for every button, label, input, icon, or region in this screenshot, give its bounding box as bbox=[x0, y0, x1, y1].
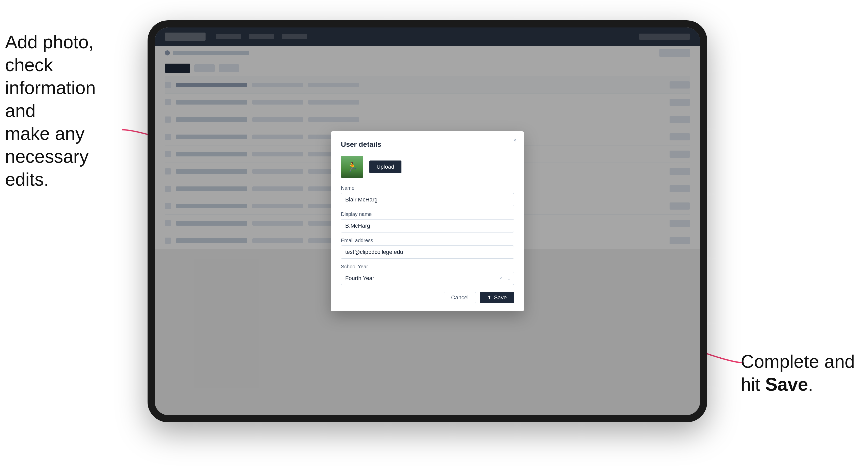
save-label: Save bbox=[494, 294, 507, 301]
email-field: Email address bbox=[341, 238, 514, 259]
photo-row: Upload bbox=[341, 156, 514, 178]
save-icon: ⬆ bbox=[487, 294, 492, 301]
name-label: Name bbox=[341, 185, 514, 191]
modal-overlay: × User details Upload Name Disp bbox=[155, 28, 700, 415]
save-button[interactable]: ⬆ Save bbox=[480, 292, 514, 303]
school-year-input[interactable] bbox=[341, 272, 514, 285]
avatar-thumbnail bbox=[341, 156, 363, 178]
name-input[interactable] bbox=[341, 193, 514, 206]
school-year-dropdown-button[interactable]: ⌄ bbox=[506, 275, 512, 281]
tablet-screen: × User details Upload Name Disp bbox=[155, 28, 700, 415]
annotation-right: Complete and hit Save. bbox=[741, 350, 863, 396]
school-year-label: School Year bbox=[341, 264, 514, 270]
annotation-left: Add photo, check information and make an… bbox=[5, 31, 127, 191]
display-name-input[interactable] bbox=[341, 219, 514, 232]
name-field: Name bbox=[341, 185, 514, 206]
upload-button[interactable]: Upload bbox=[369, 160, 401, 173]
school-year-controls: × ⌄ bbox=[498, 275, 512, 281]
school-year-field: School Year × ⌄ bbox=[341, 264, 514, 285]
avatar-image bbox=[341, 156, 363, 178]
modal-footer: Cancel ⬆ Save bbox=[341, 292, 514, 303]
email-label: Email address bbox=[341, 238, 514, 243]
school-year-wrapper: × ⌄ bbox=[341, 272, 514, 285]
modal-title: User details bbox=[341, 141, 514, 149]
display-name-label: Display name bbox=[341, 211, 514, 217]
tablet-frame: × User details Upload Name Disp bbox=[148, 20, 707, 422]
email-input[interactable] bbox=[341, 245, 514, 259]
display-name-field: Display name bbox=[341, 211, 514, 232]
modal-close-button[interactable]: × bbox=[511, 136, 519, 145]
school-year-clear-button[interactable]: × bbox=[498, 275, 504, 281]
user-details-modal: × User details Upload Name Disp bbox=[331, 131, 524, 311]
cancel-button[interactable]: Cancel bbox=[444, 292, 476, 303]
